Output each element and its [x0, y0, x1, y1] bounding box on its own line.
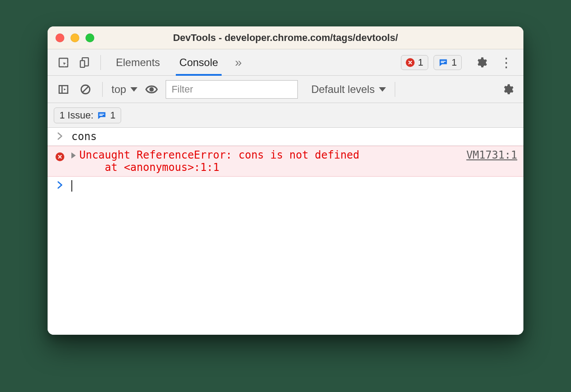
context-selector-label: top [111, 83, 126, 96]
text-caret [71, 180, 72, 192]
error-icon [406, 58, 415, 67]
svg-rect-9 [100, 115, 103, 116]
issue-chip-count: 1 [110, 110, 115, 121]
kebab-menu-icon[interactable]: ⋮ [500, 55, 513, 70]
devtools-window: DevTools - developer.chrome.com/tags/dev… [48, 26, 523, 335]
console-filter-input[interactable] [166, 80, 298, 99]
svg-rect-8 [100, 114, 104, 115]
device-toolbar-icon[interactable] [77, 55, 93, 70]
issue-icon [97, 111, 107, 120]
issue-chip[interactable]: 1 Issue: 1 [54, 107, 121, 123]
context-selector[interactable]: top [111, 83, 137, 96]
settings-icon[interactable] [473, 55, 489, 70]
svg-rect-4 [441, 62, 444, 63]
clear-console-icon[interactable] [78, 81, 93, 97]
console-output[interactable]: cons Uncaught ReferenceError: cons is no… [48, 128, 523, 335]
toggle-console-drawer-icon[interactable] [56, 81, 71, 97]
window-title: DevTools - developer.chrome.com/tags/dev… [48, 32, 523, 44]
log-levels-label: Default levels [311, 83, 374, 96]
separator [102, 82, 103, 97]
traffic-lights [56, 33, 94, 42]
console-issue-bar: 1 Issue: 1 [48, 103, 523, 128]
input-marker [54, 130, 66, 140]
svg-rect-3 [441, 61, 445, 62]
log-levels-selector[interactable]: Default levels [311, 83, 386, 96]
inspect-element-icon[interactable] [56, 55, 71, 70]
more-tabs-icon[interactable]: » [230, 55, 246, 70]
minimize-window-button[interactable] [70, 33, 79, 42]
issue-chip-label: 1 Issue: [59, 110, 93, 121]
svg-point-7 [149, 87, 154, 92]
prompt-marker [54, 179, 66, 189]
expand-error-icon[interactable] [71, 152, 76, 159]
console-error-row: Uncaught ReferenceError: cons is not def… [48, 146, 523, 177]
zoom-window-button[interactable] [85, 33, 94, 42]
live-expression-icon[interactable] [144, 81, 159, 97]
chevron-down-icon [379, 87, 386, 92]
tab-console[interactable]: Console [172, 49, 225, 75]
svg-rect-5 [59, 85, 68, 93]
chevron-down-icon [130, 87, 137, 92]
issue-icon [438, 58, 448, 67]
svg-rect-2 [80, 60, 85, 67]
tab-elements[interactable]: Elements [109, 49, 167, 75]
issue-count-badge[interactable]: 1 [434, 55, 462, 70]
console-prompt-row[interactable] [48, 177, 523, 194]
window-titlebar: DevTools - developer.chrome.com/tags/dev… [48, 26, 523, 49]
separator [100, 55, 101, 70]
devtools-tabstrip: Elements Console » 1 1 ⋮ [48, 49, 523, 76]
console-toolbar: top Default levels [48, 76, 523, 103]
error-count-badge[interactable]: 1 [401, 55, 428, 70]
separator [395, 82, 395, 97]
issue-count-value: 1 [452, 57, 457, 68]
error-source-link[interactable]: VM1731:1 [466, 149, 517, 161]
console-prompt-input[interactable] [71, 179, 517, 192]
console-settings-icon[interactable] [500, 81, 515, 97]
error-row-icon [54, 149, 66, 161]
error-count-value: 1 [418, 57, 423, 68]
console-error-text: Uncaught ReferenceError: cons is not def… [79, 149, 452, 174]
console-input-echo-row: cons [48, 128, 523, 146]
tab-elements-label: Elements [116, 56, 160, 69]
console-input-text: cons [71, 130, 517, 143]
tab-console-label: Console [179, 56, 218, 69]
close-window-button[interactable] [56, 33, 64, 42]
